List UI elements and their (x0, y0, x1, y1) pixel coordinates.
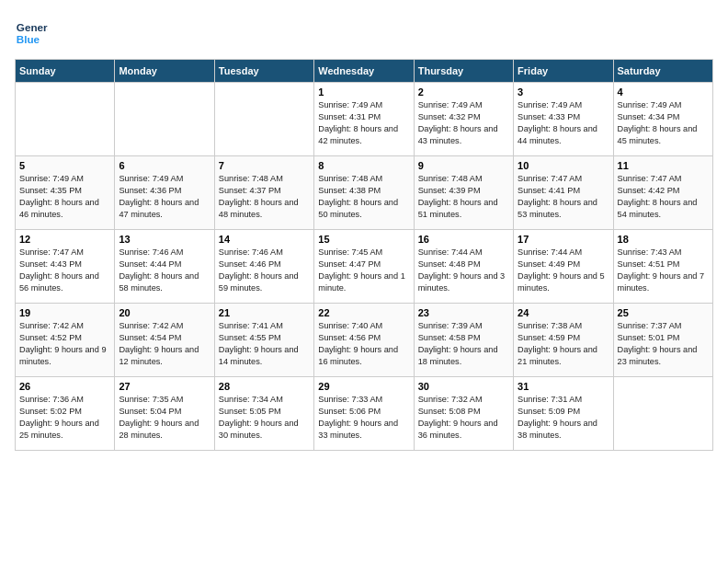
day-info: Sunrise: 7:38 AM Sunset: 4:59 PM Dayligh… (518, 320, 609, 368)
day-of-week-header: Saturday (613, 60, 712, 83)
calendar-cell: 2Sunrise: 7:49 AM Sunset: 4:32 PM Daylig… (414, 83, 513, 156)
day-number: 23 (418, 307, 509, 318)
day-info: Sunrise: 7:46 AM Sunset: 4:44 PM Dayligh… (119, 247, 210, 294)
day-number: 1 (318, 86, 409, 98)
day-number: 19 (19, 307, 110, 318)
day-info: Sunrise: 7:39 AM Sunset: 4:58 PM Dayligh… (418, 320, 509, 368)
calendar-week-row: 19Sunrise: 7:42 AM Sunset: 4:52 PM Dayli… (16, 304, 713, 377)
day-number: 27 (119, 381, 210, 392)
calendar-week-row: 1Sunrise: 7:49 AM Sunset: 4:31 PM Daylig… (16, 83, 713, 156)
day-number: 13 (119, 234, 210, 245)
day-info: Sunrise: 7:37 AM Sunset: 5:01 PM Dayligh… (618, 320, 709, 368)
day-info: Sunrise: 7:43 AM Sunset: 4:51 PM Dayligh… (618, 247, 709, 294)
day-of-week-header: Monday (115, 60, 214, 83)
day-info: Sunrise: 7:49 AM Sunset: 4:32 PM Dayligh… (418, 99, 509, 147)
day-number: 9 (418, 160, 509, 171)
svg-text:General: General (17, 21, 48, 33)
calendar-cell: 26Sunrise: 7:36 AM Sunset: 5:02 PM Dayli… (16, 377, 115, 451)
day-info: Sunrise: 7:44 AM Sunset: 4:49 PM Dayligh… (518, 247, 609, 294)
day-info: Sunrise: 7:31 AM Sunset: 5:09 PM Dayligh… (518, 394, 609, 442)
calendar-body: 1Sunrise: 7:49 AM Sunset: 4:31 PM Daylig… (16, 83, 713, 451)
day-info: Sunrise: 7:32 AM Sunset: 5:08 PM Dayligh… (418, 394, 509, 442)
calendar-cell: 27Sunrise: 7:35 AM Sunset: 5:04 PM Dayli… (115, 377, 214, 451)
calendar-cell (214, 83, 313, 156)
day-number: 7 (219, 160, 310, 171)
day-of-week-header: Sunday (16, 60, 115, 83)
day-number: 2 (418, 86, 509, 98)
day-number: 26 (19, 381, 110, 392)
calendar-cell: 10Sunrise: 7:47 AM Sunset: 4:41 PM Dayli… (514, 156, 613, 230)
calendar-cell: 18Sunrise: 7:43 AM Sunset: 4:51 PM Dayli… (613, 230, 712, 304)
day-number: 16 (418, 234, 509, 245)
calendar-cell: 13Sunrise: 7:46 AM Sunset: 4:44 PM Dayli… (115, 230, 214, 304)
day-number: 17 (518, 234, 609, 245)
calendar-cell: 6Sunrise: 7:49 AM Sunset: 4:36 PM Daylig… (115, 156, 214, 230)
day-number: 25 (618, 307, 709, 318)
calendar-cell: 31Sunrise: 7:31 AM Sunset: 5:09 PM Dayli… (514, 377, 613, 451)
day-number: 28 (219, 381, 310, 392)
day-info: Sunrise: 7:42 AM Sunset: 4:54 PM Dayligh… (119, 320, 210, 368)
calendar-cell (16, 83, 115, 156)
calendar-cell: 23Sunrise: 7:39 AM Sunset: 4:58 PM Dayli… (414, 304, 513, 377)
day-number: 14 (219, 234, 310, 245)
calendar-cell: 30Sunrise: 7:32 AM Sunset: 5:08 PM Dayli… (414, 377, 513, 451)
day-info: Sunrise: 7:49 AM Sunset: 4:34 PM Dayligh… (618, 99, 709, 147)
day-number: 11 (618, 160, 709, 171)
header: General Blue (15, 15, 713, 48)
day-info: Sunrise: 7:41 AM Sunset: 4:55 PM Dayligh… (219, 320, 310, 368)
day-info: Sunrise: 7:47 AM Sunset: 4:41 PM Dayligh… (518, 173, 609, 221)
day-of-week-header: Thursday (414, 60, 513, 83)
day-number: 12 (19, 234, 110, 245)
day-info: Sunrise: 7:48 AM Sunset: 4:37 PM Dayligh… (219, 173, 310, 221)
days-of-week-row: SundayMondayTuesdayWednesdayThursdayFrid… (16, 60, 713, 83)
day-number: 30 (418, 381, 509, 392)
day-info: Sunrise: 7:45 AM Sunset: 4:47 PM Dayligh… (318, 247, 409, 294)
calendar-cell (115, 83, 214, 156)
day-number: 6 (119, 160, 210, 171)
day-info: Sunrise: 7:48 AM Sunset: 4:39 PM Dayligh… (418, 173, 509, 221)
logo-icon: General Blue (15, 15, 48, 48)
day-number: 10 (518, 160, 609, 171)
day-number: 24 (518, 307, 609, 318)
day-of-week-header: Wednesday (314, 60, 414, 83)
day-info: Sunrise: 7:49 AM Sunset: 4:35 PM Dayligh… (19, 173, 110, 221)
calendar-cell: 16Sunrise: 7:44 AM Sunset: 4:48 PM Dayli… (414, 230, 513, 304)
day-info: Sunrise: 7:42 AM Sunset: 4:52 PM Dayligh… (19, 320, 110, 368)
calendar-cell: 20Sunrise: 7:42 AM Sunset: 4:54 PM Dayli… (115, 304, 214, 377)
day-info: Sunrise: 7:33 AM Sunset: 5:06 PM Dayligh… (318, 394, 409, 442)
day-number: 4 (618, 86, 709, 98)
calendar-cell: 24Sunrise: 7:38 AM Sunset: 4:59 PM Dayli… (514, 304, 613, 377)
day-number: 29 (318, 381, 409, 392)
calendar-cell: 11Sunrise: 7:47 AM Sunset: 4:42 PM Dayli… (613, 156, 712, 230)
calendar-cell: 17Sunrise: 7:44 AM Sunset: 4:49 PM Dayli… (514, 230, 613, 304)
calendar-cell: 9Sunrise: 7:48 AM Sunset: 4:39 PM Daylig… (414, 156, 513, 230)
day-number: 21 (219, 307, 310, 318)
day-of-week-header: Friday (514, 60, 613, 83)
calendar-cell: 25Sunrise: 7:37 AM Sunset: 5:01 PM Dayli… (613, 304, 712, 377)
day-info: Sunrise: 7:47 AM Sunset: 4:43 PM Dayligh… (19, 247, 110, 294)
day-info: Sunrise: 7:49 AM Sunset: 4:36 PM Dayligh… (119, 173, 210, 221)
day-info: Sunrise: 7:36 AM Sunset: 5:02 PM Dayligh… (19, 394, 110, 442)
day-info: Sunrise: 7:40 AM Sunset: 4:56 PM Dayligh… (318, 320, 409, 368)
calendar-cell: 12Sunrise: 7:47 AM Sunset: 4:43 PM Dayli… (16, 230, 115, 304)
calendar-cell: 22Sunrise: 7:40 AM Sunset: 4:56 PM Dayli… (314, 304, 414, 377)
day-number: 5 (19, 160, 110, 171)
day-info: Sunrise: 7:49 AM Sunset: 4:31 PM Dayligh… (318, 99, 409, 147)
day-of-week-header: Tuesday (214, 60, 313, 83)
calendar-cell: 28Sunrise: 7:34 AM Sunset: 5:05 PM Dayli… (214, 377, 313, 451)
calendar-cell: 3Sunrise: 7:49 AM Sunset: 4:33 PM Daylig… (514, 83, 613, 156)
calendar-cell (613, 377, 712, 451)
day-number: 22 (318, 307, 409, 318)
calendar-cell: 4Sunrise: 7:49 AM Sunset: 4:34 PM Daylig… (613, 83, 712, 156)
calendar-week-row: 12Sunrise: 7:47 AM Sunset: 4:43 PM Dayli… (16, 230, 713, 304)
calendar-cell: 15Sunrise: 7:45 AM Sunset: 4:47 PM Dayli… (314, 230, 414, 304)
calendar-cell: 21Sunrise: 7:41 AM Sunset: 4:55 PM Dayli… (214, 304, 313, 377)
calendar-cell: 19Sunrise: 7:42 AM Sunset: 4:52 PM Dayli… (16, 304, 115, 377)
calendar-week-row: 5Sunrise: 7:49 AM Sunset: 4:35 PM Daylig… (16, 156, 713, 230)
svg-text:Blue: Blue (17, 33, 40, 45)
calendar-cell: 1Sunrise: 7:49 AM Sunset: 4:31 PM Daylig… (314, 83, 414, 156)
day-number: 8 (318, 160, 409, 171)
day-info: Sunrise: 7:47 AM Sunset: 4:42 PM Dayligh… (618, 173, 709, 221)
calendar-cell: 14Sunrise: 7:46 AM Sunset: 4:46 PM Dayli… (214, 230, 313, 304)
day-info: Sunrise: 7:46 AM Sunset: 4:46 PM Dayligh… (219, 247, 310, 294)
